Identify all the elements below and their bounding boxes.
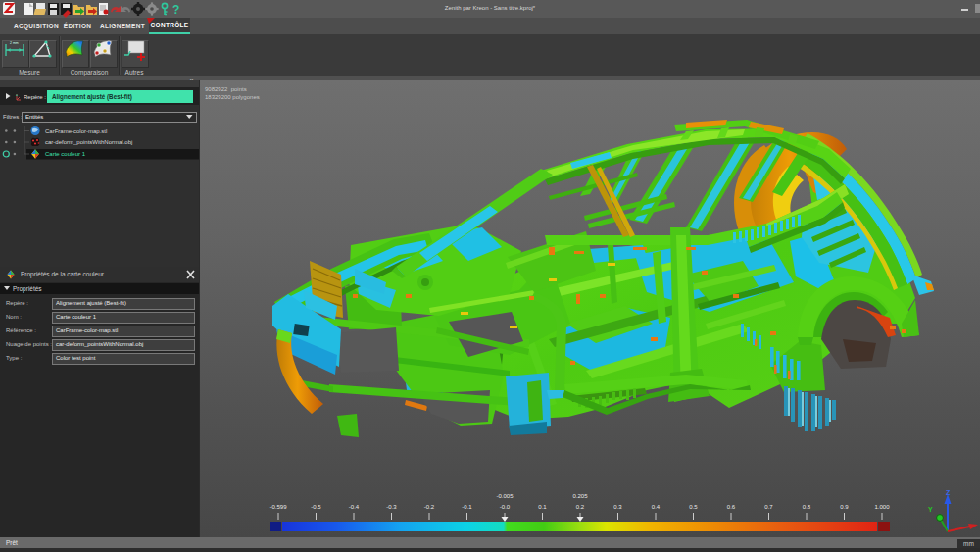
- svg-text:0.205: 0.205: [572, 493, 588, 499]
- svg-text:0.9: 0.9: [840, 504, 849, 510]
- svg-text:Y: Y: [928, 506, 933, 513]
- svg-text:0.2: 0.2: [576, 504, 585, 510]
- svg-text:0.5: 0.5: [689, 504, 698, 510]
- svg-text:1.000: 1.000: [874, 504, 890, 510]
- svg-text:Z: Z: [946, 489, 951, 496]
- svg-text:-0.1: -0.1: [462, 504, 472, 510]
- svg-text:0.4: 0.4: [652, 504, 661, 510]
- svg-text:0.3: 0.3: [613, 504, 622, 510]
- svg-text:0.7: 0.7: [764, 504, 773, 510]
- svg-text:-0.599: -0.599: [270, 504, 287, 510]
- svg-text:0.6: 0.6: [727, 504, 736, 510]
- svg-text:-0.4: -0.4: [349, 504, 360, 510]
- svg-text:-0.2: -0.2: [424, 504, 435, 510]
- svg-text:0.8: 0.8: [803, 504, 811, 510]
- svg-text:-0.3: -0.3: [386, 504, 397, 510]
- svg-text:0.1: 0.1: [538, 504, 547, 510]
- svg-text:?: ?: [172, 3, 179, 17]
- svg-text:-0.005: -0.005: [496, 493, 514, 499]
- svg-text:-0.5: -0.5: [311, 504, 321, 510]
- svg-text:2 mm: 2 mm: [10, 41, 19, 45]
- svg-text:-0.0: -0.0: [500, 504, 511, 510]
